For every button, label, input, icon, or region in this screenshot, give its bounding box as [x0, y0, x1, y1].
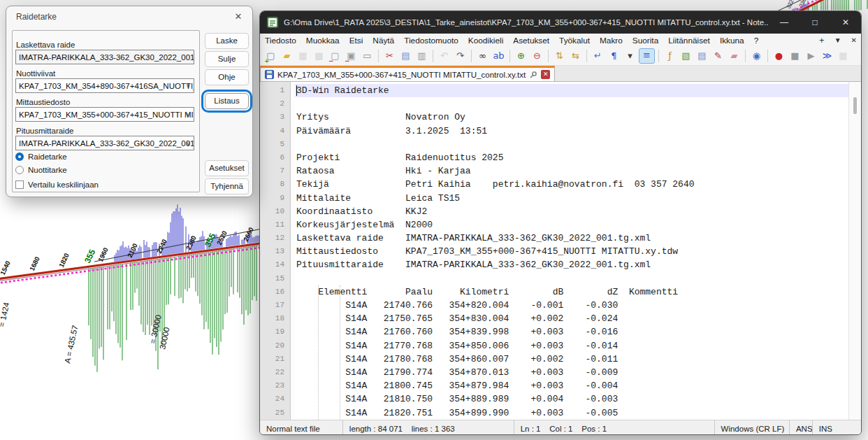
new-file-icon[interactable]: ▢+: [263, 49, 278, 63]
line-number: 4: [260, 125, 290, 138]
toolbar-dropdown-icon[interactable]: ▾: [623, 49, 637, 63]
save-icon[interactable]: ▦: [296, 49, 310, 63]
document-map-icon[interactable]: ▧: [679, 49, 693, 63]
editor-area: 1234567891011121314151617181920212223242…: [260, 82, 861, 420]
show-all-characters-icon[interactable]: ¶: [607, 49, 621, 63]
save-all-icon[interactable]: ▩: [312, 49, 326, 63]
close-all-documents-icon[interactable]: ▣−: [344, 49, 359, 63]
zoom-in-icon[interactable]: ⊕: [514, 49, 528, 63]
asetukset-button[interactable]: Asetukset: [205, 160, 249, 176]
tyhjenna-button[interactable]: Tyhjennä: [205, 178, 249, 194]
menu-makro[interactable]: Makro: [595, 36, 628, 45]
laskettava-raide-field[interactable]: IMATRA-PARIKKALA_333-362_GK30_2022_001.t…: [15, 50, 194, 64]
menu-koodikieli[interactable]: Koodikieli: [463, 36, 509, 45]
line-number: 1: [260, 84, 290, 97]
menu-tiedosto[interactable]: Tiedosto: [260, 36, 301, 45]
mittaustiedosto-select[interactable]: KPA7_1703_KM_355+000-367+415_NUOTTI MIT …: [15, 107, 194, 122]
laske-button[interactable]: Laske: [205, 33, 249, 49]
word-wrap-icon[interactable]: ↵: [591, 49, 605, 63]
macro-play-icon[interactable]: ▶: [804, 49, 818, 63]
station-label: 1680: [28, 255, 41, 272]
nuottiviivat-select[interactable]: KPA7_1703_KM_354+890-367+416SA_NUOTTI_ ∨: [15, 78, 194, 93]
find-icon[interactable]: ∞: [475, 49, 490, 63]
tab-bar: KPA7_1703_KM_355+000-367+415_NUOTTI MITA…: [260, 66, 861, 82]
menu-suorita[interactable]: Suorita: [628, 36, 663, 45]
code-line-23: S14A 21800.745 354+879.984 +0.003 -0.004: [295, 379, 848, 392]
close-icon[interactable]: ✕: [830, 11, 861, 34]
code-line-14: Pituusmittaraide IMATRA-PARIKKALA_333-36…: [295, 258, 848, 271]
tab-label: KPA7_1703_KM_355+000-367+415_NUOTTI MITA…: [277, 71, 526, 79]
replace-icon[interactable]: ab: [491, 49, 506, 63]
close-tab-icon[interactable]: ✕: [851, 36, 857, 44]
toolbar-separator: [658, 50, 659, 62]
print-icon[interactable]: ▭: [360, 49, 375, 63]
function-list-icon[interactable]: ƒ: [663, 49, 677, 63]
menu-asetukset[interactable]: Asetukset: [508, 36, 554, 45]
toolbar-separator: [548, 50, 549, 62]
sync-scroll-vertical-icon[interactable]: ⇅: [552, 49, 567, 63]
menu-tykalut[interactable]: Työkalut: [554, 36, 595, 45]
copy-icon[interactable]: ▤: [398, 49, 413, 63]
macro-stop-icon[interactable]: ■: [788, 49, 802, 63]
open-folder-icon[interactable]: ▰: [280, 49, 294, 63]
status-bar: Normal text filelength : 84 071 lines : …: [260, 420, 861, 435]
tab-active-document[interactable]: KPA7_1703_KM_355+000-367+415_NUOTTI MITA…: [260, 66, 555, 81]
menu-help[interactable]: ?: [749, 36, 764, 45]
checkbox-icon[interactable]: [15, 180, 24, 189]
listaus-button[interactable]: Listaus: [205, 93, 249, 109]
zoom-out-icon[interactable]: ⊖: [530, 49, 544, 63]
window-titlebar[interactable]: G:\Oma Drive\1_RATA 2025\3_DESTIA\1_Tark…: [260, 11, 861, 34]
sulje-button[interactable]: Sulje: [205, 51, 249, 67]
radio-raidetarke[interactable]: Raidetarke: [15, 152, 67, 161]
text-pane[interactable]: 3D-Win RaidetarkeYritys Novatron OyPäivä…: [295, 82, 848, 420]
checkbox-label: Vertailu keskilinjaan: [28, 180, 99, 189]
menu-muokkaa[interactable]: Muokkaa: [301, 36, 345, 45]
station-label: 1960: [96, 246, 110, 263]
maximize-icon[interactable]: □: [800, 11, 830, 34]
radio-nuottitarke[interactable]: Nuottitarke: [15, 166, 67, 174]
ohje-button[interactable]: Ohje: [205, 69, 249, 85]
macro-run-multiple-icon[interactable]: ≫: [820, 49, 834, 63]
chevron-down-icon[interactable]: ∨: [186, 108, 191, 122]
pituusmittaraide-select[interactable]: IMATRA-PARIKKALA_333-362_GK30_2022_001.t…: [15, 136, 194, 150]
macro-save-icon[interactable]: ▦: [836, 49, 851, 63]
code-line-2: [295, 97, 848, 111]
tab-close-icon[interactable]: ✕: [541, 70, 550, 79]
status-eol-format: Windows (CR LF): [715, 420, 790, 435]
document-switcher-icon[interactable]: ✎: [711, 49, 725, 63]
file-monitoring-icon[interactable]: ◉: [749, 49, 764, 63]
station-label: 1820: [57, 252, 71, 269]
document-text: 3D-Win RaidetarkeYritys Novatron OyPäivä…: [295, 84, 848, 420]
macro-record-icon[interactable]: ●: [772, 49, 786, 63]
close-icon[interactable]: ✕: [230, 9, 247, 24]
close-document-icon[interactable]: ▢−: [328, 49, 342, 63]
undo-icon[interactable]: ↶: [437, 49, 451, 63]
minimize-icon[interactable]: —: [769, 11, 800, 34]
vertical-scrollbar[interactable]: [848, 82, 861, 420]
redo-icon[interactable]: ↷: [453, 49, 468, 63]
radio-unselected-icon[interactable]: [15, 166, 24, 174]
checkbox-vertailu[interactable]: Vertailu keskilinjaan: [15, 180, 99, 189]
indent-guide-icon[interactable]: ≡: [639, 48, 655, 64]
new-tab-icon[interactable]: +: [819, 35, 825, 45]
paste-icon[interactable]: ▥: [414, 49, 429, 63]
document-list-icon[interactable]: ▤: [695, 49, 709, 63]
chevron-down-icon[interactable]: ∨: [186, 79, 191, 93]
pin-icon[interactable]: [529, 71, 537, 79]
menu-liitnniset[interactable]: Liitännäiset: [663, 36, 715, 45]
tab-list-icon[interactable]: ▼: [834, 36, 841, 44]
line-number: 2: [260, 97, 290, 111]
scrollbar-thumb[interactable]: [853, 97, 857, 114]
folder-as-workspace-icon[interactable]: ▰: [727, 49, 742, 63]
menu-etsi[interactable]: Etsi: [345, 36, 368, 45]
menu-ikkuna[interactable]: Ikkuna: [715, 36, 749, 45]
radio-selected-icon[interactable]: [15, 152, 24, 161]
sync-scroll-horizontal-icon[interactable]: ⇆: [568, 49, 583, 63]
cut-icon[interactable]: ✂: [382, 49, 397, 63]
dialog-titlebar[interactable]: Raidetarke ✕: [6, 6, 252, 27]
status-file-type: Normal text file: [260, 420, 343, 435]
mittaustiedosto-label: Mittaustiedosto: [16, 98, 70, 106]
menu-tiedostomuoto[interactable]: Tiedostomuoto: [399, 36, 463, 45]
chevron-down-icon[interactable]: ∨: [186, 136, 191, 150]
menu-nyt[interactable]: Näytä: [368, 36, 399, 45]
